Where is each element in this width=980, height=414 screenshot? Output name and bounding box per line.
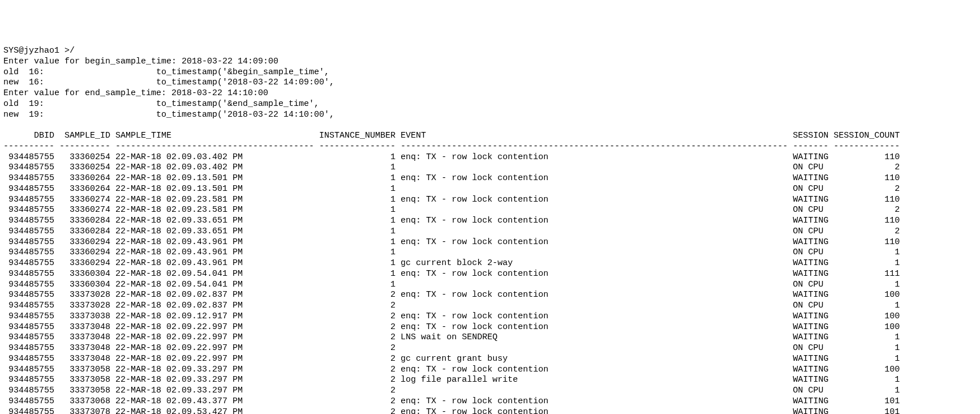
new-line-19: new 19: to_timestamp('2018-03-22 14:10:0…: [3, 110, 334, 119]
table-body: 934485755 33360254 22-MAR-18 02.09.03.40…: [3, 152, 900, 415]
end-sample-prompt: Enter value for end_sample_time: 2018-03…: [3, 88, 268, 98]
old-line-16: old 16: to_timestamp('&begin_sample_time…: [3, 67, 329, 77]
new-line-16: new 16: to_timestamp('2018-03-22 14:09:0…: [3, 78, 334, 87]
table-separator: ---------- ---------- ------------------…: [3, 142, 900, 151]
table-header: DBID SAMPLE_ID SAMPLE_TIME INSTANCE_NUMB…: [3, 131, 900, 140]
old-line-19: old 19: to_timestamp('&end_sample_time',: [3, 99, 319, 109]
terminal-output: SYS@jyzhao1 >/ Enter value for begin_sam…: [3, 46, 977, 414]
sql-prompt: SYS@jyzhao1 >/: [3, 46, 75, 56]
begin-sample-prompt: Enter value for begin_sample_time: 2018-…: [3, 57, 278, 66]
